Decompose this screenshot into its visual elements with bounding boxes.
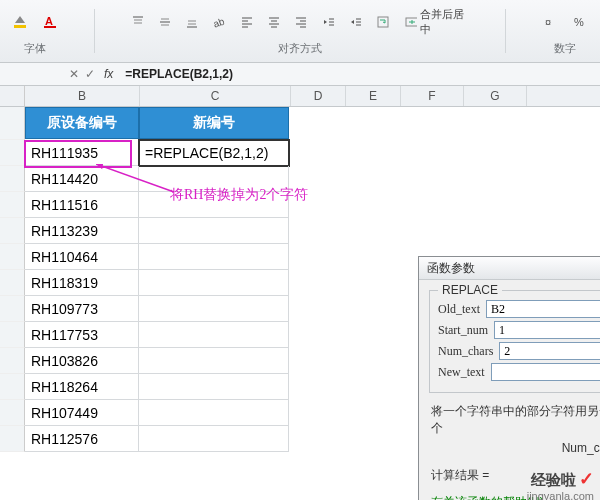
new-text-input[interactable] [491,363,600,381]
column-header[interactable]: D [291,86,346,106]
fx-icon[interactable]: fx [98,67,119,81]
row-header[interactable] [0,270,25,296]
ribbon-group-label: 字体 [24,41,46,56]
increase-indent-icon[interactable] [345,11,366,33]
cell-c[interactable] [139,374,289,400]
align-center-icon[interactable] [263,11,284,33]
callout-text: 将RH替换掉为2个字符 [170,186,308,204]
cell-c[interactable] [139,400,289,426]
cell-c[interactable] [139,270,289,296]
cell-c[interactable]: =REPLACE(B2,1,2) [139,140,289,166]
watermark: 经验啦 ✓ jingyanla.com [527,468,594,500]
cell-b[interactable]: RH112576 [25,426,139,452]
font-color-icon[interactable]: A [38,11,62,33]
row-header[interactable] [0,244,25,270]
row-header[interactable] [0,374,25,400]
ribbon: A 字体 ab 合并后居中 对齐方式 ¤ % 数字 [0,0,600,63]
grid: B C D E F G 原设备编号 新编号 RH111935=REPLACE(B… [0,86,600,500]
cancel-formula-icon[interactable]: ✕ [66,67,82,81]
dialog-description: 将一个字符串中的部分字符用另一个 [431,403,600,437]
cell-c[interactable] [139,218,289,244]
ribbon-group-label: 数字 [554,41,576,56]
field-label: Old_text [438,302,480,317]
table-header-row: 原设备编号 新编号 [0,107,600,140]
cell-c[interactable] [139,426,289,452]
cell-b[interactable]: RH107449 [25,400,139,426]
row-header[interactable] [0,296,25,322]
old-text-input[interactable] [486,300,600,318]
accept-formula-icon[interactable]: ✓ [82,67,98,81]
merge-cells-button[interactable]: 合并后居中 [400,11,473,33]
svg-rect-2 [44,26,56,28]
cell-b[interactable]: RH118319 [25,270,139,296]
table-row: RH111935=REPLACE(B2,1,2) [0,140,600,166]
ribbon-group-align: ab 合并后居中 对齐方式 [127,2,473,56]
formula-input[interactable]: =REPLACE(B2,1,2) [119,67,233,81]
align-right-icon[interactable] [291,11,312,33]
field-label: Start_num [438,323,488,338]
num-chars-input[interactable] [499,342,600,360]
check-icon: ✓ [579,469,594,489]
dialog-subdesc: Num_char [435,441,600,455]
row-header[interactable] [0,218,25,244]
row-header[interactable] [0,166,25,192]
cell-c[interactable] [139,296,289,322]
ribbon-group-font: A 字体 [8,2,62,56]
percent-icon[interactable]: % [568,11,592,33]
align-bottom-icon[interactable] [182,11,203,33]
table-row: RH113239 [0,218,600,244]
row-header[interactable] [0,426,25,452]
cell-c[interactable] [139,348,289,374]
cell-b[interactable]: RH111516 [25,192,139,218]
start-num-input[interactable] [494,321,600,339]
cell-b[interactable]: RH109773 [25,296,139,322]
col-header-c[interactable]: 新编号 [139,107,289,139]
column-headers: B C D E F G [0,86,600,107]
align-middle-icon[interactable] [154,11,175,33]
field-label: New_text [438,365,485,380]
svg-text:A: A [45,15,53,27]
formula-bar: ✕ ✓ fx =REPLACE(B2,1,2) [0,63,600,86]
row-header[interactable] [0,192,25,218]
align-left-icon[interactable] [236,11,257,33]
field-label: Num_chars [438,344,493,359]
column-header[interactable]: G [464,86,527,106]
ribbon-divider [505,9,506,53]
column-header[interactable]: B [25,86,140,106]
column-header[interactable]: F [401,86,464,106]
cell-b[interactable]: RH111935 [25,140,139,166]
dialog-title[interactable]: 函数参数 [419,257,600,280]
cell-b[interactable]: RH113239 [25,218,139,244]
cell-c[interactable] [139,244,289,270]
svg-text:%: % [574,16,584,28]
dialog-fieldset: REPLACE Old_text Start_num Num_chars New… [429,290,600,393]
function-arguments-dialog[interactable]: 函数参数 REPLACE Old_text Start_num Num_char… [418,256,600,500]
col-header-b[interactable]: 原设备编号 [25,107,139,139]
cell-b[interactable]: RH114420 [25,166,139,192]
select-all-corner[interactable] [0,86,25,106]
ribbon-divider [94,9,95,53]
svg-rect-0 [14,25,26,28]
row-header[interactable] [0,348,25,374]
ribbon-group-number: ¤ % 数字 [538,2,592,56]
merge-label: 合并后居中 [420,7,468,37]
currency-icon[interactable]: ¤ [538,11,562,33]
align-top-icon[interactable] [127,11,148,33]
decrease-indent-icon[interactable] [318,11,339,33]
watermark-url: jingyanla.com [527,490,594,500]
wrap-text-icon[interactable] [373,11,394,33]
fill-color-icon[interactable] [8,11,32,33]
cell-b[interactable]: RH103826 [25,348,139,374]
cell-b[interactable]: RH118264 [25,374,139,400]
orientation-icon[interactable]: ab [209,11,230,33]
cell-c[interactable] [139,322,289,348]
column-header[interactable]: E [346,86,401,106]
row-header[interactable] [0,400,25,426]
svg-text:ab: ab [212,15,226,29]
row-header[interactable] [0,107,25,140]
row-header[interactable] [0,322,25,348]
row-header[interactable] [0,140,25,166]
column-header[interactable]: C [140,86,291,106]
cell-b[interactable]: RH117753 [25,322,139,348]
cell-b[interactable]: RH110464 [25,244,139,270]
